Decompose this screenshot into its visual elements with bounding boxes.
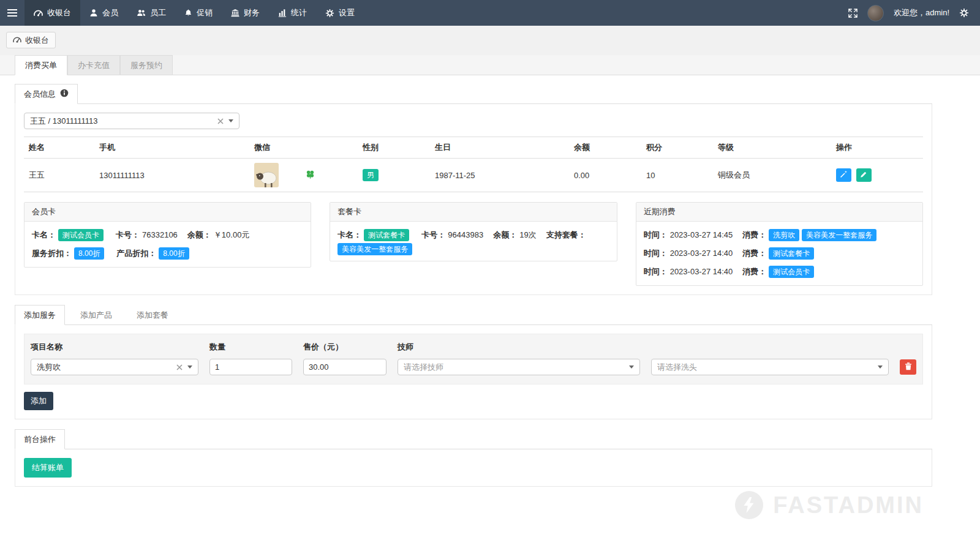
col-phone: 手机 — [94, 137, 249, 159]
quantity-input[interactable] — [209, 359, 292, 375]
card-name-label: 卡名： — [32, 227, 56, 243]
member-card-title: 会员卡 — [24, 203, 311, 222]
consume-label: 消费： — [742, 246, 766, 261]
consume-tag: 洗剪吹 — [769, 229, 799, 241]
breadcrumb-label: 收银台 — [25, 35, 49, 46]
technician-select[interactable]: 请选择技师 — [398, 359, 640, 375]
front-desk-section: 前台操作 结算账单 — [15, 429, 932, 487]
service-form-headers: 项目名称 数量 售价（元） 技师 — [31, 342, 916, 353]
tab-label: 消费买单 — [25, 60, 57, 71]
hair-wash-select[interactable]: 请选择洗头 — [651, 359, 889, 375]
add-row-button[interactable]: 添加 — [24, 392, 53, 410]
clear-icon[interactable] — [217, 118, 224, 124]
member-info-body: 王五 / 13011111113 姓名 手机 微信 性别 生日 余额 — [15, 104, 932, 295]
header-technician: 技师 — [398, 342, 640, 353]
tab-consume-pay[interactable]: 消费买单 — [15, 55, 67, 75]
nav-item-label: 促销 — [197, 7, 213, 18]
pencil-icon — [860, 171, 867, 180]
dashboard-icon — [34, 9, 43, 17]
nav-item-statistics[interactable]: 统计 — [269, 0, 316, 26]
member-card-panel: 会员卡 卡名： 测试会员卡 卡号： 76332106 余额： ￥10.00元 — [24, 202, 311, 268]
recent-item: 时间： 2023-03-27 14:40 消费： 测试套餐卡 — [644, 246, 915, 261]
nav-item-promotion[interactable]: 促销 — [175, 0, 222, 26]
nav-item-cashier[interactable]: 收银台 — [24, 0, 80, 26]
recent-time: 2023-03-27 14:45 — [670, 227, 733, 243]
welcome-text: 欢迎您，admin! — [894, 7, 949, 18]
member-info-tab-head: 会员信息 — [15, 84, 932, 104]
cell-level: 铜级会员 — [713, 159, 831, 192]
navbar-right: 欢迎您，admin! — [848, 0, 980, 26]
member-table: 姓名 手机 微信 性别 生日 余额 积分 等级 操作 王五 1301111111… — [24, 137, 923, 192]
magic-wand-icon — [840, 170, 848, 180]
nav-item-settings[interactable]: 设置 — [316, 0, 364, 26]
header-quantity: 数量 — [209, 342, 292, 353]
price-input[interactable] — [303, 359, 386, 375]
member-select[interactable]: 王五 / 13011111113 — [24, 113, 239, 129]
sidebar-toggle-button[interactable] — [0, 0, 24, 26]
hamburger-icon — [7, 9, 17, 17]
col-wechat: 微信 — [249, 137, 358, 159]
card-no-label: 卡号： — [116, 227, 140, 243]
bar-chart-icon — [278, 9, 287, 17]
service-item-value: 洗剪吹 — [37, 362, 176, 373]
fullscreen-icon[interactable] — [848, 9, 858, 18]
trash-icon — [905, 362, 912, 372]
clear-icon[interactable] — [176, 364, 183, 370]
settings-gear-icon[interactable] — [959, 8, 969, 18]
consume-tag: 美容美发一整套服务 — [802, 229, 876, 241]
tab-service-booking[interactable]: 服务预约 — [120, 55, 173, 75]
tab-add-service[interactable]: 添加服务 — [15, 305, 65, 325]
tab-label: 前台操作 — [24, 434, 56, 445]
support-package-badge: 美容美发一整套服务 — [337, 243, 412, 255]
cell-wechat — [249, 159, 358, 192]
service-item-select[interactable]: 洗剪吹 — [31, 359, 198, 375]
nav-item-finance[interactable]: 财务 — [222, 0, 269, 26]
chevron-down-icon[interactable] — [228, 119, 233, 122]
service-form: 项目名称 数量 售价（元） 技师 洗剪吹 — [24, 334, 923, 384]
cell-birthday: 1987-11-25 — [430, 159, 569, 192]
cell-points: 10 — [641, 159, 713, 192]
tab-card-recharge[interactable]: 办卡充值 — [67, 55, 120, 75]
user-avatar[interactable] — [867, 5, 884, 21]
tab-add-package[interactable]: 添加套餐 — [127, 305, 178, 325]
info-cards-row: 会员卡 卡名： 测试会员卡 卡号： 76332106 余额： ￥10.00元 — [24, 202, 923, 286]
member-select-value: 王五 / 13011111113 — [30, 116, 217, 127]
delete-row-button[interactable] — [900, 359, 916, 375]
col-actions: 操作 — [831, 137, 923, 159]
cell-balance: 0.00 — [569, 159, 641, 192]
recent-item: 时间： 2023-03-27 14:40 消费： 测试会员卡 — [644, 264, 915, 280]
tab-label: 添加服务 — [24, 310, 56, 321]
breadcrumb-cashier-button[interactable]: 收银台 — [6, 32, 56, 48]
gender-badge: 男 — [363, 169, 379, 181]
recent-consumption-title: 近期消费 — [636, 203, 922, 222]
technician-placeholder: 请选择技师 — [404, 362, 629, 373]
service-discount-label: 服务折扣： — [32, 246, 72, 261]
nav-item-members[interactable]: 会员 — [80, 0, 127, 26]
chevron-down-icon[interactable] — [187, 365, 192, 369]
edit-action-button[interactable] — [856, 168, 872, 182]
add-tabs-head: 添加服务 添加产品 添加套餐 — [15, 305, 932, 325]
nav-item-label: 财务 — [244, 7, 260, 18]
cashier-page: 收银台 会员 员工 促销 财务 — [0, 0, 980, 551]
consume-action-button[interactable] — [836, 168, 851, 182]
tab-front-desk[interactable]: 前台操作 — [15, 429, 65, 449]
col-balance: 余额 — [569, 137, 641, 159]
recent-consumption-panel: 近期消费 时间： 2023-03-27 14:45 消费： 洗剪吹 美容美发一整… — [636, 202, 923, 286]
settle-bill-button[interactable]: 结算账单 — [24, 458, 72, 478]
dashboard-icon — [13, 36, 21, 45]
tab-label: 添加套餐 — [137, 310, 168, 321]
nav-item-label: 收银台 — [47, 7, 71, 18]
fastadmin-watermark: FASTADMIN — [735, 491, 924, 519]
col-points: 积分 — [641, 137, 713, 159]
tab-label: 办卡充值 — [78, 60, 110, 71]
nav-item-label: 统计 — [291, 7, 307, 18]
member-info-title: 会员信息 — [24, 89, 56, 100]
wechat-avatar-image — [254, 163, 279, 187]
nav-item-label: 会员 — [102, 7, 118, 18]
nav-item-staff[interactable]: 员工 — [127, 0, 175, 26]
consume-tag: 测试会员卡 — [769, 266, 814, 278]
member-info-section: 会员信息 王五 / 13011111113 — [15, 84, 932, 295]
consume-label: 消费： — [742, 264, 766, 280]
tab-add-product[interactable]: 添加产品 — [71, 305, 121, 325]
tab-member-info[interactable]: 会员信息 — [15, 84, 78, 104]
